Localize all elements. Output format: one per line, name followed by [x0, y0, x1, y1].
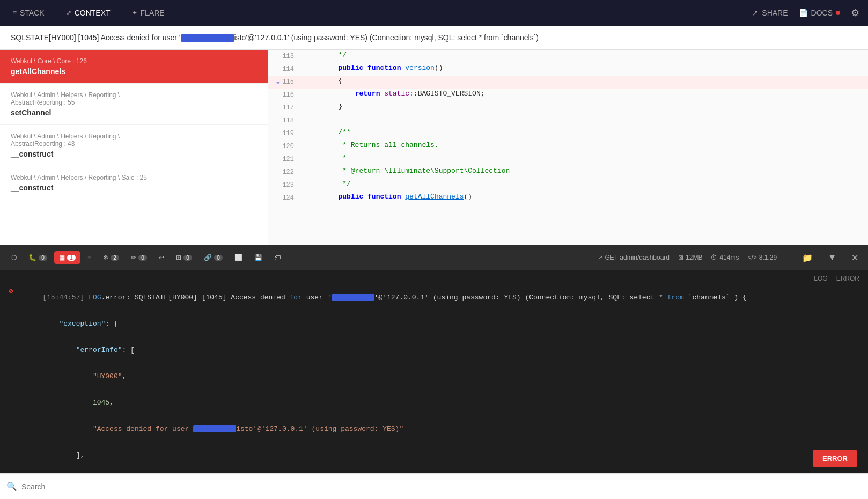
toolbar-list-btn[interactable]: ≡ [83, 251, 96, 264]
stack-item-path-0: Webkul \ Core \ Core : 126 [11, 57, 257, 65]
toolbar-layers-btn[interactable]: ⬡ [6, 251, 21, 264]
line-num-122: 122 [268, 166, 300, 179]
bug-icon: 🐛 [28, 254, 36, 261]
log-user-post: '@'127.0.0.1' (using password: YES) (Con… [374, 293, 667, 302]
log-redacted-msg [193, 425, 236, 432]
toolbar-time: ⏱ 414ms [711, 254, 739, 261]
log-errorinfo-key: "errorInfo" [76, 346, 122, 354]
log-dot: .error: SQLSTATE[HY000] [1045] Access de… [101, 293, 289, 302]
toolbar-pen-btn[interactable]: ✏ 0 [126, 251, 152, 264]
toolbar-db-btn[interactable]: ⊞ 0 [171, 251, 197, 264]
toolbar-memory: ⊠ 12MB [678, 254, 702, 261]
bottom-bar: 🔍 [0, 473, 868, 499]
stack-badge: 1 [67, 255, 76, 261]
stack-item-1[interactable]: Webkul \ Admin \ Helpers \ Reporting \ A… [0, 84, 268, 125]
tag-icon: 🏷 [274, 254, 281, 261]
nav-stack[interactable]: ≡ STACK [9, 6, 49, 19]
docs-label: DOCS [811, 9, 833, 17]
nav-flare-label: FLARE [141, 9, 165, 17]
log-message-content: "Access denied for user isto'@'127.0.0.1… [17, 417, 859, 441]
nav-context[interactable]: ⤢ CONTEXT [62, 6, 115, 19]
line-num-123: 123 [268, 179, 300, 192]
stack-item-2[interactable]: Webkul \ Admin \ Helpers \ Reporting \ A… [0, 125, 268, 166]
stack-item-3[interactable]: Webkul \ Admin \ Helpers \ Reporting \ S… [0, 166, 268, 200]
code-line-114: 114 public function version() [268, 63, 868, 76]
toolbar-save-btn[interactable]: 💾 [249, 251, 267, 264]
line-num-118: 118 [268, 114, 300, 127]
log-error-icon: ⊘ [9, 287, 13, 296]
toolbar-folder-btn[interactable]: 📁 [799, 252, 816, 264]
toolbar-bug-btn[interactable]: 🐛 0 [24, 251, 52, 264]
code-line-120: 120 * Returns all channels. [268, 140, 868, 153]
code-line-115: ✏115 { [268, 76, 868, 89]
stack-item-path-2: Webkul \ Admin \ Helpers \ Reporting \ A… [11, 133, 257, 148]
code-line-124: 124 public function getAllChannels() [268, 192, 868, 204]
line-num-124: 124 [268, 192, 300, 204]
log-errorinfo-content: "errorInfo": [ [17, 338, 859, 362]
stack-panel: Webkul \ Core \ Core : 126 getAllChannel… [0, 50, 268, 244]
toolbar-link-btn[interactable]: 🔗 0 [199, 251, 227, 264]
line-num-119: 119 [268, 127, 300, 140]
toolbar-snowflake-btn[interactable]: ❄ 2 [98, 251, 124, 264]
time-icon: ⏱ [711, 254, 717, 261]
log-line-close-bracket: ⊘ ], [0, 442, 868, 468]
log-line-main: ⊘ [15:44:57] LOG.error: SQLSTATE[HY000] … [0, 284, 868, 311]
stack-item-method-1: setChannel [11, 108, 257, 117]
code-line-116: 116 return static::BAGISTO_VERSION; [268, 89, 868, 101]
search-input[interactable] [21, 482, 862, 491]
log-indent-1 [42, 320, 59, 328]
log-user-pre: user ' [302, 293, 332, 302]
code-line-122: 122 * @return \Illuminate\Support\Collec… [268, 166, 868, 179]
toolbar-chevron-btn[interactable]: ▼ [825, 252, 840, 263]
code-content-121: * [300, 153, 868, 166]
log-hy000-content: "HY000", [17, 364, 859, 388]
settings-icon[interactable]: ⚙ [851, 7, 859, 19]
error-header-text: SQLSTATE[HY000] [1045] Access denied for… [11, 33, 181, 42]
log-content-main: [15:44:57] LOG.error: SQLSTATE[HY000] [1… [17, 285, 859, 310]
docs-button[interactable]: 📄 DOCS [799, 9, 840, 17]
log-channels: `channels` ) { [684, 293, 747, 302]
stack-item-path-1: Webkul \ Admin \ Helpers \ Reporting \ A… [11, 91, 257, 106]
monitor-icon: ⬜ [234, 254, 242, 261]
code-content-124: public function getAllChannels() [300, 192, 868, 204]
toolbar-stack-btn[interactable]: ▦ 1 [54, 251, 80, 264]
toolbar-close-btn[interactable]: ✕ [848, 252, 862, 264]
nav-right: ↗ SHARE 📄 DOCS ⚙ [752, 7, 859, 19]
stack-item-0[interactable]: Webkul \ Core \ Core : 126 getAllChannel… [0, 50, 268, 84]
error-label: ERROR [836, 275, 859, 282]
log-line-connname: ⊘ "connectionName": "mysql" [0, 468, 868, 473]
log-line-message: ⊘ "Access denied for user isto'@'127.0.0… [0, 416, 868, 442]
share-icon: ↗ [752, 9, 759, 17]
docs-badge [836, 11, 840, 15]
stack-item-method-2: __construct [11, 150, 257, 158]
pen-badge: 0 [138, 255, 147, 261]
toolbar-monitor-btn[interactable]: ⬜ [230, 251, 247, 264]
docs-icon: 📄 [799, 9, 808, 17]
toolbar-tag-btn[interactable]: 🏷 [269, 251, 285, 264]
log-exception-content: "exception": { [17, 312, 859, 336]
flare-icon: ✦ [132, 9, 137, 17]
list-icon: ≡ [87, 254, 91, 261]
nav-flare[interactable]: ✦ FLARE [128, 6, 169, 19]
toolbar-arrow-btn[interactable]: ↩ [154, 251, 169, 264]
redacted-username [181, 34, 234, 42]
error-button[interactable]: ERROR [813, 450, 857, 467]
code-content-113: */ [300, 50, 868, 63]
share-label: SHARE [762, 9, 788, 17]
stack-item-method-3: __construct [11, 184, 257, 192]
snowflake-icon: ❄ [103, 254, 108, 261]
log-redacted-user [332, 294, 374, 301]
code-content-117: } [300, 101, 868, 114]
share-button[interactable]: ↗ SHARE [752, 9, 788, 17]
log-connname-content: "connectionName": "mysql" [17, 469, 859, 473]
log-line-errorinfo: ⊘ "errorInfo": [ [0, 337, 868, 363]
code-line-123: 123 */ [268, 179, 868, 192]
line-num-114: 114 [268, 63, 300, 76]
log-panel: LOG ERROR ⊘ [15:44:57] LOG.error: SQLSTA… [0, 270, 868, 473]
log-hy000-val: "HY000" [93, 372, 122, 380]
log-for: for [290, 293, 302, 302]
line-num-113: 113 [268, 50, 300, 63]
log-msg-post: isto'@'127.0.0.1' (using password: YES)" [236, 425, 403, 433]
log-code-content: 1045, [17, 391, 859, 415]
link-badge: 0 [214, 255, 223, 261]
